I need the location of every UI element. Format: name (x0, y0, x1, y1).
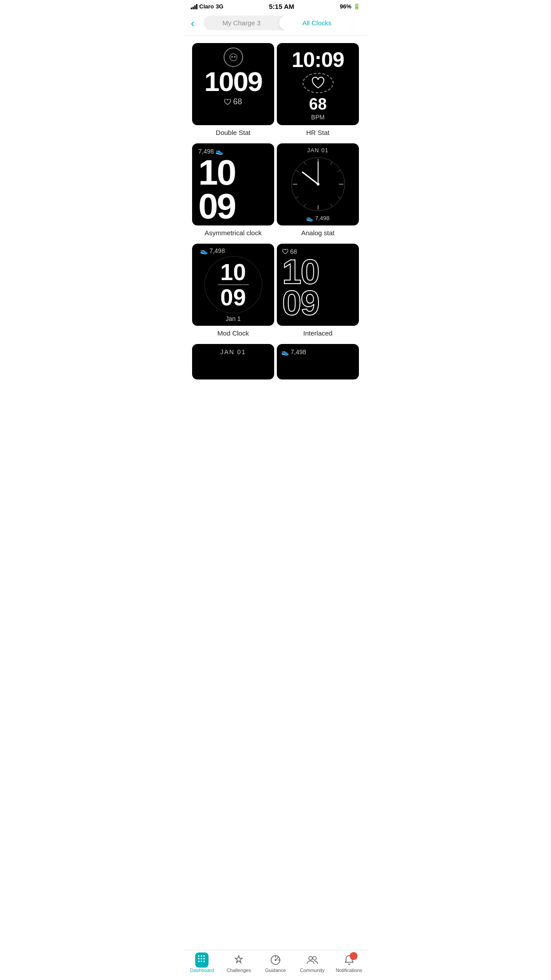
analog-label: Analog stat (301, 229, 335, 237)
analog-date: JAN 01 (307, 147, 329, 154)
svg-point-0 (230, 54, 237, 61)
svg-line-9 (338, 170, 341, 172)
tab-switcher: My Charge 3 All Clocks (204, 16, 354, 30)
clock-item-mod[interactable]: 👟 7,498 10 09 Jan 1 Mod Clock (191, 244, 276, 337)
svg-point-1 (231, 56, 233, 58)
clock-face-asymmetrical: 7,498 👟 10 09 68 (192, 143, 274, 225)
asymmetrical-hour: 10 (198, 156, 235, 190)
analog-steps: 👟 7,498 (306, 215, 330, 221)
status-time: 5:15 AM (269, 3, 294, 10)
partial2-steps: 👟 7,498 (281, 348, 306, 356)
signal-bar-1 (191, 8, 192, 9)
hr-stat-bpm: BPM (311, 114, 324, 121)
carrier-name: Claro (199, 3, 214, 10)
network-type: 3G (216, 3, 223, 10)
hr-stat-ring (303, 73, 334, 93)
clock-grid: 1009 68 Double Stat 10:09 (184, 36, 367, 397)
hr-stat-time: 10:09 (292, 47, 344, 72)
double-stat-icon (224, 47, 243, 67)
interlaced-label: Interlaced (303, 329, 333, 337)
back-button[interactable]: ‹ (191, 17, 195, 29)
interlaced-nums: 10 09 (282, 256, 319, 318)
clock-face-interlaced: 68 10 09 (277, 244, 359, 326)
analog-clock-face (289, 155, 347, 213)
signal-bar-2 (193, 7, 194, 9)
clock-face-double-stat: 1009 68 (192, 43, 274, 125)
signal-bar-4 (196, 4, 197, 9)
svg-line-13 (295, 197, 299, 198)
svg-point-18 (317, 183, 319, 186)
clock-item-double-stat[interactable]: 1009 68 Double Stat (191, 43, 276, 136)
mod-hour: 10 (220, 261, 246, 284)
double-stat-label: Double Stat (216, 129, 250, 136)
svg-point-2 (234, 56, 236, 58)
mod-min: 09 (220, 286, 246, 309)
mod-ring: 10 09 (205, 256, 262, 313)
asymmetrical-label: Asymmetrical clock (205, 229, 261, 237)
status-left: Claro 3G (191, 3, 224, 10)
clock-item-analog[interactable]: JAN 01 (276, 143, 360, 237)
nav-header: ‹ My Charge 3 All Clocks (184, 12, 367, 36)
svg-line-14 (295, 170, 299, 172)
svg-line-11 (331, 204, 332, 207)
battery-percent: 96% (340, 3, 351, 10)
status-bar: Claro 3G 5:15 AM 96% 🔋 (184, 0, 367, 12)
clock-item-hr-stat[interactable]: 10:09 68 BPM HR Stat (276, 43, 360, 136)
battery-icon: 🔋 (353, 3, 360, 10)
asymmetrical-hr-value: 68 (207, 225, 215, 225)
status-right: 96% 🔋 (340, 3, 360, 10)
double-stat-time: 1009 (205, 68, 262, 95)
interlaced-hour: 10 (282, 256, 319, 287)
svg-line-12 (304, 204, 306, 207)
tab-all-clocks[interactable]: All Clocks (279, 16, 354, 30)
main-content: 1009 68 Double Stat 10:09 (184, 36, 367, 433)
interlaced-min: 09 (282, 287, 319, 318)
clock-item-interlaced[interactable]: 68 10 09 Interlaced (276, 244, 360, 337)
partial1-date: JAN 01 (220, 348, 246, 356)
clock-item-partial2[interactable]: 👟 7,498 (276, 344, 360, 383)
clock-face-hr-stat: 10:09 68 BPM (277, 43, 359, 125)
signal-bars (191, 4, 197, 9)
double-stat-hr-value: 68 (233, 97, 242, 107)
svg-line-16 (303, 172, 318, 184)
svg-line-10 (338, 197, 341, 198)
hr-stat-label: HR Stat (306, 129, 330, 136)
clock-face-partial1: JAN 01 (192, 344, 274, 379)
clock-face-analog: JAN 01 (277, 143, 359, 225)
tab-my-charge[interactable]: My Charge 3 (204, 16, 279, 30)
clock-item-asymmetrical[interactable]: 7,498 👟 10 09 68 Asymmetrical clock (191, 143, 276, 237)
mod-steps: 👟 7,498 (200, 247, 225, 254)
asymmetrical-min: 09 (198, 190, 235, 223)
mod-date: Jan 1 (225, 315, 240, 322)
asymmetrical-hr: 68 (198, 225, 215, 225)
svg-line-15 (304, 162, 306, 165)
mod-label: Mod Clock (217, 329, 249, 337)
signal-bar-3 (194, 5, 196, 9)
svg-line-8 (331, 162, 332, 165)
hr-stat-value: 68 (309, 95, 327, 114)
clock-item-partial1[interactable]: JAN 01 (191, 344, 276, 383)
clock-face-partial2: 👟 7,498 (277, 344, 359, 379)
double-stat-hr: 68 (224, 97, 242, 107)
clock-face-mod: 👟 7,498 10 09 Jan 1 (192, 244, 274, 326)
